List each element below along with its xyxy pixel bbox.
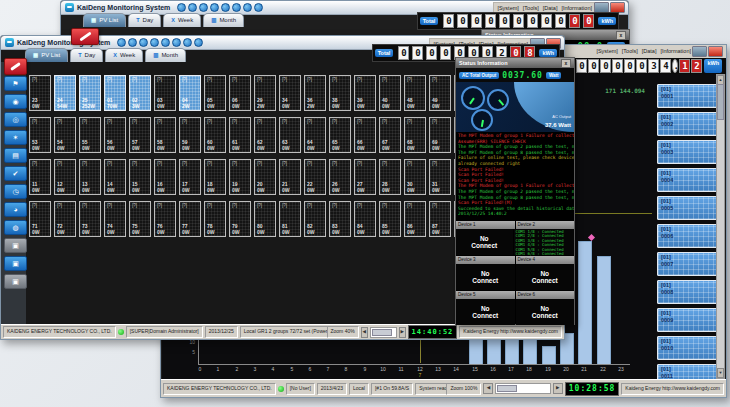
copy-icon[interactable] — [161, 38, 170, 47]
pv-panel[interactable]: [?]390W — [354, 75, 376, 111]
pv-panel[interactable]: [?]190W — [229, 159, 251, 195]
pv-panel[interactable]: [?]160W — [154, 159, 176, 195]
zoom-slider[interactable] — [495, 383, 550, 394]
pv-panel[interactable]: [?]200W — [254, 159, 276, 195]
pv-panel[interactable]: [?]550W — [79, 117, 101, 153]
brand-link[interactable]: Kaideng Energy http://www.kaidengdy.com — [459, 326, 562, 338]
minimize-button[interactable] — [692, 46, 707, 57]
layout-icon[interactable] — [210, 3, 219, 12]
pv-panel[interactable]: [?]680W — [404, 117, 426, 153]
pv-panel[interactable]: [?]610W — [229, 117, 251, 153]
camera-icon[interactable]: ▣ — [4, 256, 27, 271]
scroll-thumb[interactable] — [717, 84, 724, 120]
pv-panel[interactable]: [?]260W — [329, 159, 351, 195]
pv-panel[interactable]: [?]490W — [429, 75, 451, 111]
pv-panel[interactable]: [?]740W — [104, 201, 126, 237]
pv-panel[interactable]: [?]750W — [129, 201, 151, 237]
shield-icon[interactable]: ✔ — [4, 166, 27, 181]
edit-pen-button[interactable] — [4, 58, 27, 75]
settings-icon[interactable]: ✶ — [4, 130, 27, 145]
pv-panel[interactable]: [?]530W — [29, 117, 51, 153]
tab-day[interactable]: TDay — [70, 48, 103, 62]
pv-panel[interactable]: [?]590W — [179, 117, 201, 153]
pv-panel[interactable]: [?]300W — [404, 159, 426, 195]
pv-panel[interactable]: [?]650W — [329, 117, 351, 153]
pv-panel[interactable]: [?]760W — [154, 201, 176, 237]
pv-panel[interactable]: [?]340W — [279, 75, 301, 111]
brand-link[interactable]: Kaideng Energy http://www.kaidengdy.com — [621, 383, 724, 395]
camera-icon[interactable]: ▣ — [4, 274, 27, 289]
tab-pv-list[interactable]: ▦PV List — [83, 13, 126, 27]
record-icon[interactable] — [117, 38, 126, 47]
menu-item[interactable]: [Information] — [561, 5, 592, 11]
group-panel[interactable]: [01]0001 — [657, 84, 719, 108]
zoom-left-arrow[interactable]: ◀ — [483, 383, 493, 394]
pv-panel[interactable]: [?]150W — [129, 159, 151, 195]
pv-panel[interactable]: [?]860W — [404, 201, 426, 237]
report-icon[interactable]: ▤ — [4, 148, 27, 163]
menu-item[interactable]: [Tools] — [622, 48, 638, 54]
group-panel[interactable]: [01]0011 — [657, 364, 719, 379]
network-icon[interactable]: ◍ — [4, 220, 27, 235]
pv-panel[interactable]: [?]770W — [179, 201, 201, 237]
pv-panel[interactable]: [?]270W — [354, 159, 376, 195]
group-panel[interactable]: [01]0002 — [657, 112, 719, 136]
camera-icon[interactable]: ▣ — [4, 238, 27, 253]
help-icon[interactable] — [194, 38, 203, 47]
pv-panel[interactable]: [?]170W — [179, 159, 201, 195]
tab-week[interactable]: XWeek — [163, 13, 201, 27]
pv-panel[interactable]: [?]120W — [54, 159, 76, 195]
pv-panel[interactable]: [?]820W — [304, 201, 326, 237]
close-button[interactable] — [708, 46, 723, 57]
pv-panel[interactable]: [?]050W — [204, 75, 226, 111]
group-panel[interactable]: [01]0008 — [657, 280, 719, 304]
edit-pen-button[interactable] — [71, 28, 99, 45]
pv-panel[interactable]: [?]130W — [79, 159, 101, 195]
mail-icon[interactable] — [183, 38, 192, 47]
tab-month[interactable]: ▥Month — [203, 13, 244, 27]
pv-panel[interactable]: [?]060W — [229, 75, 251, 111]
pv-panel[interactable]: [?]180W — [204, 159, 226, 195]
pv-panel[interactable]: [?]800W — [254, 201, 276, 237]
zoom-slider[interactable] — [370, 327, 397, 338]
pv-panel[interactable]: [?]660W — [354, 117, 376, 153]
group-panel[interactable]: [01]0006 — [657, 224, 719, 248]
pv-panel[interactable]: [?]023W — [129, 75, 151, 111]
pv-panel[interactable]: [?]830W — [329, 201, 351, 237]
flag-icon[interactable]: ⚑ — [4, 76, 27, 91]
pv-panel[interactable]: [?]230W — [29, 75, 51, 111]
zoom-right-arrow[interactable]: ▶ — [553, 383, 563, 394]
menu-item[interactable]: [Information] — [660, 48, 691, 54]
pv-panel[interactable]: [?]292W — [254, 75, 276, 111]
pv-panel[interactable]: [?]600W — [204, 117, 226, 153]
settings-icon[interactable] — [188, 3, 197, 12]
pv-panel[interactable]: [?]030W — [154, 75, 176, 111]
pv-panel[interactable]: [?]730W — [79, 201, 101, 237]
lock-icon[interactable] — [139, 38, 148, 47]
pv-panel[interactable]: [?]210W — [279, 159, 301, 195]
info-icon[interactable]: ◉ — [4, 94, 27, 109]
pv-panel[interactable]: [?]840W — [354, 201, 376, 237]
layout-icon[interactable] — [150, 38, 159, 47]
pv-panel[interactable]: [?]042W — [179, 75, 201, 111]
pv-panel[interactable]: [?]850W — [379, 201, 401, 237]
tab-day[interactable]: TDay — [128, 13, 161, 27]
group-panel[interactable]: [01]0009 — [657, 308, 719, 332]
pv-panel[interactable]: [?]140W — [104, 159, 126, 195]
pv-panel[interactable]: [?]380W — [329, 75, 351, 111]
lock-icon[interactable] — [199, 3, 208, 12]
menu-item[interactable]: [System] — [596, 48, 617, 54]
copy-icon[interactable] — [221, 3, 230, 12]
vertical-scrollbar[interactable]: ▲ ▼ — [716, 74, 725, 379]
clock-icon[interactable]: ◷ — [4, 184, 27, 199]
pv-panel[interactable]: [?]220W — [304, 159, 326, 195]
zoom-right-arrow[interactable]: ▶ — [399, 327, 406, 338]
pv-panel[interactable]: [?]580W — [154, 117, 176, 153]
pv-panel[interactable]: [?]720W — [54, 201, 76, 237]
pv-panel[interactable]: [?]810W — [279, 201, 301, 237]
pv-panel[interactable]: [?]570W — [129, 117, 151, 153]
power-icon[interactable]: ◎ — [4, 112, 27, 127]
group-panel[interactable]: [01]0007 — [657, 252, 719, 276]
pv-panel[interactable]: [?]710W — [29, 201, 51, 237]
close-icon[interactable]: x — [616, 31, 626, 40]
